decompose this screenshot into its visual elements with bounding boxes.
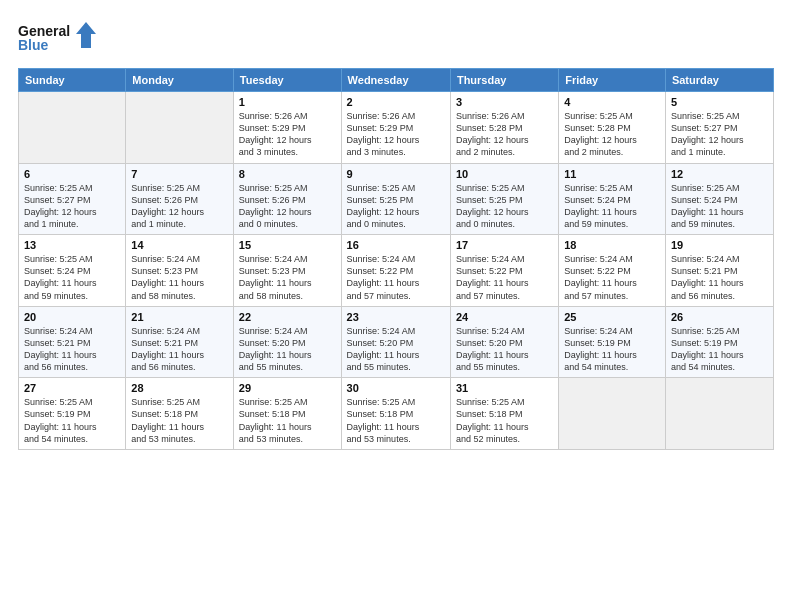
day-info: Sunrise: 5:25 AM Sunset: 5:25 PM Dayligh…: [347, 182, 445, 231]
day-number: 13: [24, 239, 120, 251]
day-number: 3: [456, 96, 553, 108]
weekday-header-sunday: Sunday: [19, 69, 126, 92]
day-number: 15: [239, 239, 336, 251]
day-number: 25: [564, 311, 660, 323]
weekday-header-saturday: Saturday: [665, 69, 773, 92]
day-info: Sunrise: 5:24 AM Sunset: 5:22 PM Dayligh…: [564, 253, 660, 302]
day-info: Sunrise: 5:24 AM Sunset: 5:19 PM Dayligh…: [564, 325, 660, 374]
day-number: 26: [671, 311, 768, 323]
day-info: Sunrise: 5:24 AM Sunset: 5:21 PM Dayligh…: [24, 325, 120, 374]
day-info: Sunrise: 5:26 AM Sunset: 5:29 PM Dayligh…: [239, 110, 336, 159]
weekday-header-thursday: Thursday: [450, 69, 558, 92]
day-number: 6: [24, 168, 120, 180]
day-cell: [665, 378, 773, 450]
header: General Blue: [18, 18, 774, 58]
day-number: 7: [131, 168, 228, 180]
week-row-1: 6Sunrise: 5:25 AM Sunset: 5:27 PM Daylig…: [19, 163, 774, 235]
day-number: 23: [347, 311, 445, 323]
day-info: Sunrise: 5:24 AM Sunset: 5:20 PM Dayligh…: [239, 325, 336, 374]
day-cell: 30Sunrise: 5:25 AM Sunset: 5:18 PM Dayli…: [341, 378, 450, 450]
day-info: Sunrise: 5:25 AM Sunset: 5:18 PM Dayligh…: [347, 396, 445, 445]
day-cell: 6Sunrise: 5:25 AM Sunset: 5:27 PM Daylig…: [19, 163, 126, 235]
day-info: Sunrise: 5:25 AM Sunset: 5:18 PM Dayligh…: [239, 396, 336, 445]
day-number: 17: [456, 239, 553, 251]
day-info: Sunrise: 5:26 AM Sunset: 5:29 PM Dayligh…: [347, 110, 445, 159]
day-info: Sunrise: 5:24 AM Sunset: 5:20 PM Dayligh…: [456, 325, 553, 374]
day-cell: 17Sunrise: 5:24 AM Sunset: 5:22 PM Dayli…: [450, 235, 558, 307]
week-row-4: 27Sunrise: 5:25 AM Sunset: 5:19 PM Dayli…: [19, 378, 774, 450]
weekday-header-monday: Monday: [126, 69, 234, 92]
day-number: 24: [456, 311, 553, 323]
calendar-table: SundayMondayTuesdayWednesdayThursdayFrid…: [18, 68, 774, 450]
day-info: Sunrise: 5:26 AM Sunset: 5:28 PM Dayligh…: [456, 110, 553, 159]
day-number: 2: [347, 96, 445, 108]
day-cell: 14Sunrise: 5:24 AM Sunset: 5:23 PM Dayli…: [126, 235, 234, 307]
day-number: 4: [564, 96, 660, 108]
day-info: Sunrise: 5:25 AM Sunset: 5:19 PM Dayligh…: [671, 325, 768, 374]
day-number: 27: [24, 382, 120, 394]
day-info: Sunrise: 5:25 AM Sunset: 5:24 PM Dayligh…: [671, 182, 768, 231]
weekday-header-row: SundayMondayTuesdayWednesdayThursdayFrid…: [19, 69, 774, 92]
day-number: 21: [131, 311, 228, 323]
day-number: 28: [131, 382, 228, 394]
day-cell: 9Sunrise: 5:25 AM Sunset: 5:25 PM Daylig…: [341, 163, 450, 235]
day-info: Sunrise: 5:25 AM Sunset: 5:27 PM Dayligh…: [24, 182, 120, 231]
day-info: Sunrise: 5:25 AM Sunset: 5:28 PM Dayligh…: [564, 110, 660, 159]
day-cell: [19, 92, 126, 164]
day-cell: 20Sunrise: 5:24 AM Sunset: 5:21 PM Dayli…: [19, 306, 126, 378]
day-info: Sunrise: 5:25 AM Sunset: 5:24 PM Dayligh…: [24, 253, 120, 302]
day-info: Sunrise: 5:25 AM Sunset: 5:18 PM Dayligh…: [131, 396, 228, 445]
day-info: Sunrise: 5:24 AM Sunset: 5:23 PM Dayligh…: [239, 253, 336, 302]
day-cell: 28Sunrise: 5:25 AM Sunset: 5:18 PM Dayli…: [126, 378, 234, 450]
day-number: 14: [131, 239, 228, 251]
weekday-header-friday: Friday: [559, 69, 666, 92]
day-cell: 27Sunrise: 5:25 AM Sunset: 5:19 PM Dayli…: [19, 378, 126, 450]
svg-text:Blue: Blue: [18, 37, 49, 53]
day-info: Sunrise: 5:25 AM Sunset: 5:26 PM Dayligh…: [239, 182, 336, 231]
weekday-header-tuesday: Tuesday: [233, 69, 341, 92]
day-number: 22: [239, 311, 336, 323]
day-info: Sunrise: 5:25 AM Sunset: 5:18 PM Dayligh…: [456, 396, 553, 445]
day-cell: 31Sunrise: 5:25 AM Sunset: 5:18 PM Dayli…: [450, 378, 558, 450]
day-info: Sunrise: 5:25 AM Sunset: 5:19 PM Dayligh…: [24, 396, 120, 445]
week-row-2: 13Sunrise: 5:25 AM Sunset: 5:24 PM Dayli…: [19, 235, 774, 307]
day-cell: 24Sunrise: 5:24 AM Sunset: 5:20 PM Dayli…: [450, 306, 558, 378]
day-info: Sunrise: 5:25 AM Sunset: 5:25 PM Dayligh…: [456, 182, 553, 231]
day-cell: 7Sunrise: 5:25 AM Sunset: 5:26 PM Daylig…: [126, 163, 234, 235]
day-cell: 2Sunrise: 5:26 AM Sunset: 5:29 PM Daylig…: [341, 92, 450, 164]
day-number: 31: [456, 382, 553, 394]
day-info: Sunrise: 5:25 AM Sunset: 5:24 PM Dayligh…: [564, 182, 660, 231]
day-info: Sunrise: 5:25 AM Sunset: 5:27 PM Dayligh…: [671, 110, 768, 159]
day-number: 20: [24, 311, 120, 323]
weekday-header-wednesday: Wednesday: [341, 69, 450, 92]
day-number: 29: [239, 382, 336, 394]
day-info: Sunrise: 5:24 AM Sunset: 5:22 PM Dayligh…: [456, 253, 553, 302]
svg-marker-2: [76, 22, 96, 48]
day-info: Sunrise: 5:24 AM Sunset: 5:21 PM Dayligh…: [671, 253, 768, 302]
day-number: 1: [239, 96, 336, 108]
day-number: 9: [347, 168, 445, 180]
day-cell: 1Sunrise: 5:26 AM Sunset: 5:29 PM Daylig…: [233, 92, 341, 164]
page: General Blue SundayMondayTuesdayWednesda…: [0, 0, 792, 612]
day-number: 16: [347, 239, 445, 251]
day-cell: 5Sunrise: 5:25 AM Sunset: 5:27 PM Daylig…: [665, 92, 773, 164]
day-number: 8: [239, 168, 336, 180]
day-number: 5: [671, 96, 768, 108]
week-row-0: 1Sunrise: 5:26 AM Sunset: 5:29 PM Daylig…: [19, 92, 774, 164]
day-info: Sunrise: 5:24 AM Sunset: 5:22 PM Dayligh…: [347, 253, 445, 302]
day-cell: 11Sunrise: 5:25 AM Sunset: 5:24 PM Dayli…: [559, 163, 666, 235]
day-cell: 12Sunrise: 5:25 AM Sunset: 5:24 PM Dayli…: [665, 163, 773, 235]
day-info: Sunrise: 5:25 AM Sunset: 5:26 PM Dayligh…: [131, 182, 228, 231]
day-cell: 29Sunrise: 5:25 AM Sunset: 5:18 PM Dayli…: [233, 378, 341, 450]
day-cell: 16Sunrise: 5:24 AM Sunset: 5:22 PM Dayli…: [341, 235, 450, 307]
day-number: 19: [671, 239, 768, 251]
day-info: Sunrise: 5:24 AM Sunset: 5:23 PM Dayligh…: [131, 253, 228, 302]
day-cell: 21Sunrise: 5:24 AM Sunset: 5:21 PM Dayli…: [126, 306, 234, 378]
day-cell: [559, 378, 666, 450]
week-row-3: 20Sunrise: 5:24 AM Sunset: 5:21 PM Dayli…: [19, 306, 774, 378]
day-number: 30: [347, 382, 445, 394]
day-info: Sunrise: 5:24 AM Sunset: 5:21 PM Dayligh…: [131, 325, 228, 374]
day-number: 12: [671, 168, 768, 180]
day-cell: [126, 92, 234, 164]
logo: General Blue: [18, 18, 98, 58]
